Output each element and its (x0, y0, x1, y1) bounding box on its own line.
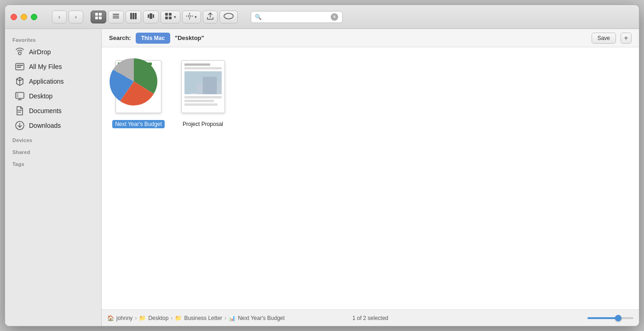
svg-rect-20 (17, 65, 23, 66)
svg-rect-21 (17, 67, 21, 68)
forward-button[interactable]: › (69, 11, 83, 23)
scope-desktop-label[interactable]: "Desktop" (175, 34, 204, 41)
svg-rect-10 (150, 13, 152, 19)
list-view-icon (112, 12, 120, 21)
coverflow-view-button[interactable] (143, 11, 159, 23)
tags-button[interactable] (219, 11, 238, 23)
sidebar-item-documents[interactable]: Documents (8, 104, 98, 118)
all-files-icon (15, 62, 24, 71)
svg-rect-6 (113, 17, 119, 18)
applications-icon (15, 77, 24, 86)
column-view-icon (130, 12, 137, 21)
sidebar-item-airdrop[interactable]: AirDrop (8, 45, 98, 59)
content-area: Favorites AirDrop (5, 29, 639, 326)
tags-icon (224, 12, 234, 21)
svg-rect-27 (202, 77, 216, 94)
back-button[interactable]: ‹ (52, 11, 67, 23)
svg-rect-3 (99, 17, 102, 19)
shared-section-label: Shared (5, 145, 101, 157)
svg-rect-13 (165, 13, 168, 16)
slider-track[interactable] (587, 317, 633, 319)
column-view-button[interactable] (126, 11, 141, 23)
desktop-icon (15, 91, 24, 101)
svg-rect-1 (99, 13, 102, 16)
minimize-button[interactable] (21, 14, 27, 20)
sidebar-item-applications-label: Applications (29, 78, 64, 85)
finder-window: ‹ › (5, 5, 639, 326)
add-search-criteria-button[interactable]: + (621, 33, 632, 44)
proposal-file-name: Project Proposal (180, 120, 226, 128)
favorites-section-label: Favorites (5, 33, 101, 45)
back-icon: ‹ (58, 13, 60, 20)
main-panel: Search: This Mac "Desktop" Save + (102, 29, 639, 326)
titlebar: ‹ › (5, 5, 639, 29)
file-grid: Next Year's Budget (102, 47, 639, 309)
downloads-icon (15, 121, 24, 130)
sidebar-item-all-files-label: All My Files (29, 63, 62, 70)
file-item-proposal[interactable]: Project Proposal (175, 57, 230, 128)
scope-this-mac-button[interactable]: This Mac (136, 33, 170, 44)
svg-rect-9 (135, 13, 137, 19)
breadcrumb-home-icon: 🏠 (107, 315, 114, 321)
doc-image-area (184, 71, 222, 94)
search-bar[interactable]: 🔍 budget × (251, 11, 343, 23)
svg-rect-11 (148, 14, 149, 18)
tags-section-label: Tags (5, 157, 101, 169)
action-chevron-icon: ▾ (195, 15, 197, 19)
breadcrumb: 🏠 johnny › 📁 Desktop › 📁 Business Letter… (107, 315, 587, 321)
svg-rect-12 (153, 14, 154, 18)
search-input[interactable]: budget (264, 13, 328, 20)
sidebar-item-downloads[interactable]: Downloads (8, 119, 98, 132)
svg-rect-2 (95, 17, 98, 19)
save-search-button[interactable]: Save (592, 33, 616, 44)
breadcrumb-sep-2: › (171, 315, 172, 321)
sidebar-item-desktop-label: Desktop (29, 92, 52, 100)
svg-rect-7 (130, 13, 132, 19)
icon-view-icon (95, 12, 102, 21)
maximize-button[interactable] (31, 14, 37, 20)
status-bar: 🏠 johnny › 📁 Desktop › 📁 Business Letter… (102, 309, 639, 326)
breadcrumb-folder-icon: 📁 (175, 315, 182, 321)
breadcrumb-budget: Next Year's Budget (238, 315, 285, 321)
zoom-slider[interactable] (587, 317, 633, 319)
svg-rect-5 (113, 16, 119, 17)
clear-icon: × (333, 14, 336, 19)
sidebar-item-desktop[interactable]: Desktop (8, 89, 98, 103)
sidebar-item-all-my-files[interactable]: All My Files (8, 60, 98, 74)
budget-file-icon (111, 57, 166, 116)
devices-section-label: Devices (5, 133, 101, 145)
svg-point-18 (18, 52, 21, 55)
svg-rect-14 (169, 13, 172, 16)
action-button[interactable]: ▾ (182, 11, 201, 23)
sidebar-item-applications[interactable]: Applications (8, 74, 98, 88)
sidebar-item-documents-label: Documents (29, 107, 62, 114)
sidebar-item-downloads-label: Downloads (29, 122, 61, 129)
search-icon: 🔍 (255, 14, 262, 20)
file-item-budget[interactable]: Next Year's Budget (111, 57, 166, 128)
breadcrumb-spreadsheet-icon: 📊 (229, 315, 236, 321)
close-button[interactable] (11, 14, 17, 20)
share-button[interactable] (203, 11, 218, 23)
svg-rect-0 (95, 13, 98, 16)
status-count: 1 of 2 selected (352, 315, 388, 321)
sidebar: Favorites AirDrop (5, 29, 102, 326)
icon-view-button[interactable] (91, 11, 106, 23)
gear-icon (186, 13, 193, 21)
list-view-button[interactable] (108, 11, 124, 23)
search-clear-button[interactable]: × (331, 13, 338, 21)
breadcrumb-business-letter: Business Letter (184, 315, 222, 321)
breadcrumb-desktop: Desktop (148, 315, 168, 321)
budget-file-name: Next Year's Budget (112, 120, 165, 128)
svg-rect-4 (113, 14, 119, 15)
arrange-chevron-icon: ▾ (174, 15, 176, 19)
documents-icon (15, 106, 24, 115)
slider-thumb[interactable] (615, 315, 621, 321)
arrange-button[interactable]: ▾ (161, 11, 180, 23)
breadcrumb-johnny: johnny (116, 315, 132, 321)
share-icon (207, 12, 213, 21)
svg-rect-15 (165, 17, 168, 19)
airdrop-icon (15, 47, 24, 57)
traffic-lights (11, 14, 37, 20)
sidebar-item-airdrop-label: AirDrop (29, 48, 51, 56)
search-header: Search: This Mac "Desktop" Save + (102, 29, 639, 47)
